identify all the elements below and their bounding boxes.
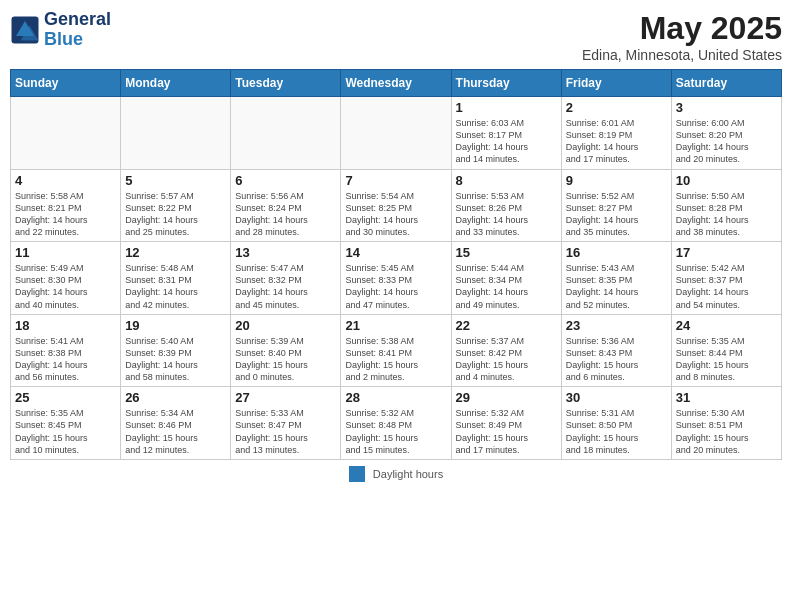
day-info: Sunrise: 5:33 AM Sunset: 8:47 PM Dayligh… [235, 407, 336, 456]
title-block: May 2025 Edina, Minnesota, United States [582, 10, 782, 63]
day-number: 19 [125, 318, 226, 333]
day-number: 22 [456, 318, 557, 333]
day-number: 26 [125, 390, 226, 405]
daylight-color-box [349, 466, 365, 482]
day-info: Sunrise: 6:01 AM Sunset: 8:19 PM Dayligh… [566, 117, 667, 166]
calendar-day: 15Sunrise: 5:44 AM Sunset: 8:34 PM Dayli… [451, 242, 561, 315]
calendar-day: 30Sunrise: 5:31 AM Sunset: 8:50 PM Dayli… [561, 387, 671, 460]
calendar-day: 28Sunrise: 5:32 AM Sunset: 8:48 PM Dayli… [341, 387, 451, 460]
calendar-day: 16Sunrise: 5:43 AM Sunset: 8:35 PM Dayli… [561, 242, 671, 315]
day-info: Sunrise: 5:52 AM Sunset: 8:27 PM Dayligh… [566, 190, 667, 239]
calendar-day [11, 97, 121, 170]
calendar-day: 31Sunrise: 5:30 AM Sunset: 8:51 PM Dayli… [671, 387, 781, 460]
calendar-week-1: 1Sunrise: 6:03 AM Sunset: 8:17 PM Daylig… [11, 97, 782, 170]
calendar-day: 10Sunrise: 5:50 AM Sunset: 8:28 PM Dayli… [671, 169, 781, 242]
day-info: Sunrise: 5:49 AM Sunset: 8:30 PM Dayligh… [15, 262, 116, 311]
day-info: Sunrise: 5:38 AM Sunset: 8:41 PM Dayligh… [345, 335, 446, 384]
calendar-day: 29Sunrise: 5:32 AM Sunset: 8:49 PM Dayli… [451, 387, 561, 460]
day-info: Sunrise: 5:53 AM Sunset: 8:26 PM Dayligh… [456, 190, 557, 239]
calendar-day: 14Sunrise: 5:45 AM Sunset: 8:33 PM Dayli… [341, 242, 451, 315]
day-number: 24 [676, 318, 777, 333]
day-info: Sunrise: 5:48 AM Sunset: 8:31 PM Dayligh… [125, 262, 226, 311]
day-number: 4 [15, 173, 116, 188]
calendar-day: 1Sunrise: 6:03 AM Sunset: 8:17 PM Daylig… [451, 97, 561, 170]
calendar-day: 12Sunrise: 5:48 AM Sunset: 8:31 PM Dayli… [121, 242, 231, 315]
calendar-day: 6Sunrise: 5:56 AM Sunset: 8:24 PM Daylig… [231, 169, 341, 242]
calendar-header-wednesday: Wednesday [341, 70, 451, 97]
day-info: Sunrise: 5:34 AM Sunset: 8:46 PM Dayligh… [125, 407, 226, 456]
day-number: 27 [235, 390, 336, 405]
day-info: Sunrise: 5:31 AM Sunset: 8:50 PM Dayligh… [566, 407, 667, 456]
calendar-week-4: 18Sunrise: 5:41 AM Sunset: 8:38 PM Dayli… [11, 314, 782, 387]
day-number: 9 [566, 173, 667, 188]
day-number: 30 [566, 390, 667, 405]
calendar-day: 23Sunrise: 5:36 AM Sunset: 8:43 PM Dayli… [561, 314, 671, 387]
calendar-week-5: 25Sunrise: 5:35 AM Sunset: 8:45 PM Dayli… [11, 387, 782, 460]
calendar-header-tuesday: Tuesday [231, 70, 341, 97]
day-number: 28 [345, 390, 446, 405]
logo-text: General Blue [44, 10, 111, 50]
calendar-header-friday: Friday [561, 70, 671, 97]
footer: Daylight hours [10, 466, 782, 482]
day-number: 10 [676, 173, 777, 188]
day-info: Sunrise: 5:32 AM Sunset: 8:49 PM Dayligh… [456, 407, 557, 456]
day-number: 11 [15, 245, 116, 260]
logo: General Blue [10, 10, 111, 50]
day-number: 2 [566, 100, 667, 115]
day-number: 5 [125, 173, 226, 188]
calendar-week-3: 11Sunrise: 5:49 AM Sunset: 8:30 PM Dayli… [11, 242, 782, 315]
day-number: 3 [676, 100, 777, 115]
day-info: Sunrise: 5:57 AM Sunset: 8:22 PM Dayligh… [125, 190, 226, 239]
day-info: Sunrise: 5:45 AM Sunset: 8:33 PM Dayligh… [345, 262, 446, 311]
day-info: Sunrise: 5:43 AM Sunset: 8:35 PM Dayligh… [566, 262, 667, 311]
calendar-day: 11Sunrise: 5:49 AM Sunset: 8:30 PM Dayli… [11, 242, 121, 315]
day-number: 1 [456, 100, 557, 115]
day-number: 12 [125, 245, 226, 260]
day-info: Sunrise: 5:56 AM Sunset: 8:24 PM Dayligh… [235, 190, 336, 239]
month-year: May 2025 [582, 10, 782, 47]
day-info: Sunrise: 5:35 AM Sunset: 8:45 PM Dayligh… [15, 407, 116, 456]
location: Edina, Minnesota, United States [582, 47, 782, 63]
calendar-day: 8Sunrise: 5:53 AM Sunset: 8:26 PM Daylig… [451, 169, 561, 242]
day-number: 6 [235, 173, 336, 188]
calendar-day: 17Sunrise: 5:42 AM Sunset: 8:37 PM Dayli… [671, 242, 781, 315]
calendar-day: 7Sunrise: 5:54 AM Sunset: 8:25 PM Daylig… [341, 169, 451, 242]
calendar-day [341, 97, 451, 170]
calendar-day: 13Sunrise: 5:47 AM Sunset: 8:32 PM Dayli… [231, 242, 341, 315]
day-info: Sunrise: 5:41 AM Sunset: 8:38 PM Dayligh… [15, 335, 116, 384]
day-info: Sunrise: 5:54 AM Sunset: 8:25 PM Dayligh… [345, 190, 446, 239]
day-number: 15 [456, 245, 557, 260]
calendar-day: 24Sunrise: 5:35 AM Sunset: 8:44 PM Dayli… [671, 314, 781, 387]
calendar-header-thursday: Thursday [451, 70, 561, 97]
day-number: 16 [566, 245, 667, 260]
day-info: Sunrise: 5:32 AM Sunset: 8:48 PM Dayligh… [345, 407, 446, 456]
day-info: Sunrise: 5:39 AM Sunset: 8:40 PM Dayligh… [235, 335, 336, 384]
day-number: 13 [235, 245, 336, 260]
day-number: 20 [235, 318, 336, 333]
day-info: Sunrise: 5:58 AM Sunset: 8:21 PM Dayligh… [15, 190, 116, 239]
logo-icon [10, 15, 40, 45]
page-header: General Blue May 2025 Edina, Minnesota, … [10, 10, 782, 63]
day-number: 31 [676, 390, 777, 405]
calendar-day: 26Sunrise: 5:34 AM Sunset: 8:46 PM Dayli… [121, 387, 231, 460]
day-info: Sunrise: 5:47 AM Sunset: 8:32 PM Dayligh… [235, 262, 336, 311]
calendar-day: 22Sunrise: 5:37 AM Sunset: 8:42 PM Dayli… [451, 314, 561, 387]
calendar-day: 25Sunrise: 5:35 AM Sunset: 8:45 PM Dayli… [11, 387, 121, 460]
day-info: Sunrise: 6:00 AM Sunset: 8:20 PM Dayligh… [676, 117, 777, 166]
day-info: Sunrise: 5:42 AM Sunset: 8:37 PM Dayligh… [676, 262, 777, 311]
day-info: Sunrise: 5:50 AM Sunset: 8:28 PM Dayligh… [676, 190, 777, 239]
footer-label: Daylight hours [373, 468, 443, 480]
calendar-day: 20Sunrise: 5:39 AM Sunset: 8:40 PM Dayli… [231, 314, 341, 387]
day-number: 17 [676, 245, 777, 260]
day-info: Sunrise: 5:35 AM Sunset: 8:44 PM Dayligh… [676, 335, 777, 384]
calendar-day: 21Sunrise: 5:38 AM Sunset: 8:41 PM Dayli… [341, 314, 451, 387]
calendar-day: 9Sunrise: 5:52 AM Sunset: 8:27 PM Daylig… [561, 169, 671, 242]
calendar-day: 19Sunrise: 5:40 AM Sunset: 8:39 PM Dayli… [121, 314, 231, 387]
day-number: 29 [456, 390, 557, 405]
day-number: 8 [456, 173, 557, 188]
calendar-day: 27Sunrise: 5:33 AM Sunset: 8:47 PM Dayli… [231, 387, 341, 460]
calendar-header-row: SundayMondayTuesdayWednesdayThursdayFrid… [11, 70, 782, 97]
day-info: Sunrise: 5:36 AM Sunset: 8:43 PM Dayligh… [566, 335, 667, 384]
calendar-day [121, 97, 231, 170]
day-number: 21 [345, 318, 446, 333]
